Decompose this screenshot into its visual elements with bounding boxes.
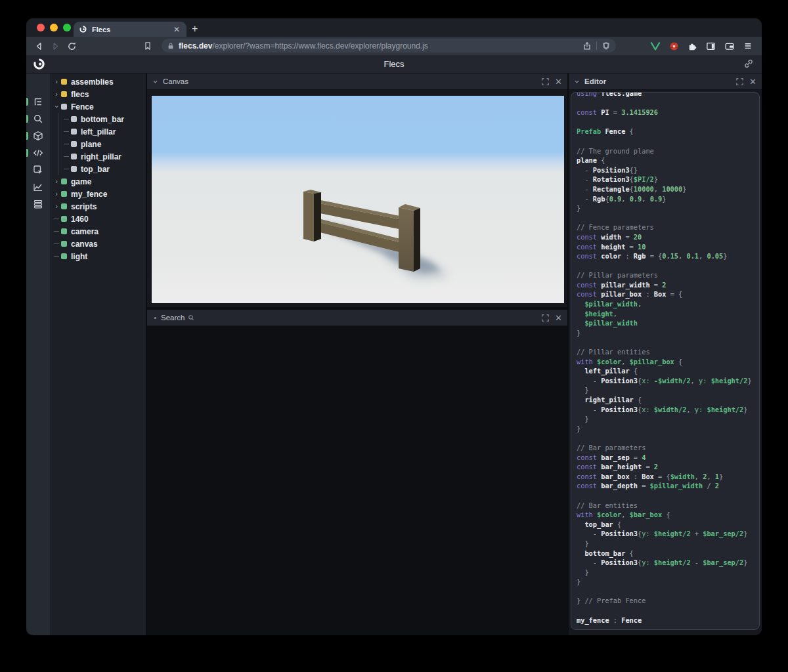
tree-item-flecs[interactable]: ›flecs <box>50 88 146 100</box>
tab-close-button[interactable]: ✕ <box>172 25 181 34</box>
tree-item-plane[interactable]: plane <box>58 138 146 150</box>
tab-strip: Flecs ✕ + <box>26 18 762 37</box>
rail-item-inspector[interactable] <box>26 161 50 178</box>
toolbar-separator <box>596 41 597 50</box>
tree-item-canvas[interactable]: canvas <box>50 238 146 250</box>
sidebar-toggle-icon[interactable] <box>706 41 716 51</box>
close-panel-icon[interactable]: ✕ <box>555 314 562 322</box>
tree-item-Fence[interactable]: ›Fence <box>50 100 146 113</box>
code-line: const bar_height = 2 <box>577 462 754 472</box>
code-editor[interactable]: using flecs.gameconst PI = 3.1415926Pref… <box>571 92 760 630</box>
entity-box-icon <box>61 191 67 197</box>
tree-item-light[interactable]: light <box>50 250 146 262</box>
code-line <box>577 98 754 108</box>
code-line: } <box>577 577 754 587</box>
fullscreen-icon[interactable] <box>542 78 549 85</box>
code-line <box>577 261 754 271</box>
code-line: const pillar_width = 2 <box>577 280 754 290</box>
expand-arrow-icon[interactable]: › <box>53 104 60 110</box>
tree-item-scripts[interactable]: ›scripts <box>50 200 146 213</box>
collapse-chevron-icon[interactable] <box>152 79 158 85</box>
menu-icon[interactable] <box>743 41 753 51</box>
code-line <box>577 117 754 127</box>
code-line <box>577 337 754 347</box>
expand-arrow-icon[interactable]: › <box>54 190 59 198</box>
code-line: const height = 10 <box>577 242 754 252</box>
code-line: // Fence parameters <box>577 222 754 232</box>
code-line: - Position3{x: $width/2, y: $height/2} <box>577 405 754 415</box>
tree-item-bottom_bar[interactable]: bottom_bar <box>58 113 146 125</box>
canvas-panel-header: Canvas ✕ <box>147 74 567 90</box>
code-line <box>577 213 754 223</box>
expand-arrow-icon[interactable]: › <box>54 91 59 98</box>
browser-tab[interactable]: Flecs ✕ <box>74 22 186 37</box>
tree-item-label: left_pillar <box>81 127 116 136</box>
rail-item-scene[interactable] <box>26 127 50 144</box>
share-button[interactable] <box>582 41 592 51</box>
wallet-icon[interactable] <box>724 41 735 51</box>
expand-arrow-icon[interactable]: › <box>54 78 59 85</box>
close-panel-icon[interactable]: ✕ <box>555 77 562 86</box>
rail-item-outline[interactable] <box>26 93 50 110</box>
center-column: Canvas ✕ <box>147 74 567 635</box>
entity-box-icon <box>61 178 67 184</box>
left-rail <box>26 74 50 635</box>
code-line: - Position3{x: -$width/2, y: $height/2} <box>577 376 754 386</box>
tree-item-right_pillar[interactable]: right_pillar <box>58 150 146 163</box>
tree-item-label: assemblies <box>71 77 114 87</box>
reload-button[interactable] <box>67 41 77 51</box>
code-line: // Bar parameters <box>577 443 754 453</box>
code-line: } <box>577 424 754 434</box>
tree-item-top_bar[interactable]: top_bar <box>58 163 146 175</box>
rail-item-queries[interactable] <box>26 196 50 213</box>
expand-arrow-icon[interactable]: › <box>54 178 59 185</box>
code-line: const PI = 3.1415926 <box>577 108 754 117</box>
tree-item-camera[interactable]: camera <box>50 225 146 238</box>
tree-item-game[interactable]: ›game <box>50 175 146 188</box>
screen: Flecs ✕ + flecs.dev/explorer/?wasm=htt <box>0 0 788 672</box>
tree-item-assemblies[interactable]: ›assemblies <box>50 75 146 88</box>
tree-item-my_fence[interactable]: ›my_fence <box>50 188 146 200</box>
code-line: } <box>577 328 754 338</box>
tree-item-1460[interactable]: 1460 <box>50 213 146 225</box>
back-button[interactable] <box>34 41 44 51</box>
code-line: $pillar_width <box>577 318 754 328</box>
main-area: ›assemblies›flecs›Fencebottom_barleft_pi… <box>26 74 762 635</box>
bookmark-sidebar-icon[interactable] <box>143 41 152 51</box>
fullscreen-icon[interactable] <box>542 314 549 322</box>
vue-devtools-icon[interactable] <box>650 41 661 51</box>
code-line: using flecs.game <box>577 92 754 98</box>
collapse-chevron-icon[interactable] <box>574 79 580 85</box>
tree-children-Fence: bottom_barleft_pillarplaneright_pillarto… <box>58 113 146 175</box>
lock-icon[interactable] <box>167 42 175 50</box>
code-line: } <box>577 203 754 213</box>
rail-item-stats[interactable] <box>26 178 50 196</box>
editor-panel: Editor ✕ using flecs.gameconst PI = 3.14… <box>569 74 762 635</box>
forward-button[interactable] <box>51 41 60 51</box>
expand-arrow-icon[interactable]: › <box>54 203 59 210</box>
share-link-icon[interactable] <box>743 58 754 69</box>
close-panel-icon[interactable]: ✕ <box>749 77 756 86</box>
brave-shield-icon[interactable] <box>602 41 611 51</box>
tree-item-left_pillar[interactable]: left_pillar <box>58 125 146 138</box>
code-line: Prefab Fence { <box>577 127 754 136</box>
extensions-puzzle-icon[interactable] <box>688 41 697 51</box>
code-line: } <box>577 568 754 578</box>
minimize-window-button[interactable] <box>50 24 58 32</box>
canvas-3d-viewport[interactable] <box>152 95 564 303</box>
code-line <box>577 136 754 146</box>
zoom-window-button[interactable] <box>63 24 71 32</box>
rail-item-code[interactable] <box>26 144 50 161</box>
rail-item-search[interactable] <box>26 110 50 127</box>
url-bar[interactable]: flecs.dev/explorer/?wasm=https://www.fle… <box>162 39 616 52</box>
tree-item-label: camera <box>71 227 98 236</box>
close-window-button[interactable] <box>37 24 45 32</box>
new-tab-button[interactable]: + <box>192 22 198 35</box>
extension-red-icon[interactable] <box>669 41 679 51</box>
fullscreen-icon[interactable] <box>736 78 743 85</box>
panel-dot-icon[interactable] <box>154 317 156 319</box>
leaf-dash <box>64 156 69 157</box>
active-indicator <box>26 183 28 191</box>
code-line: } <box>577 414 754 424</box>
code-line: my_fence : Fence <box>577 616 754 625</box>
